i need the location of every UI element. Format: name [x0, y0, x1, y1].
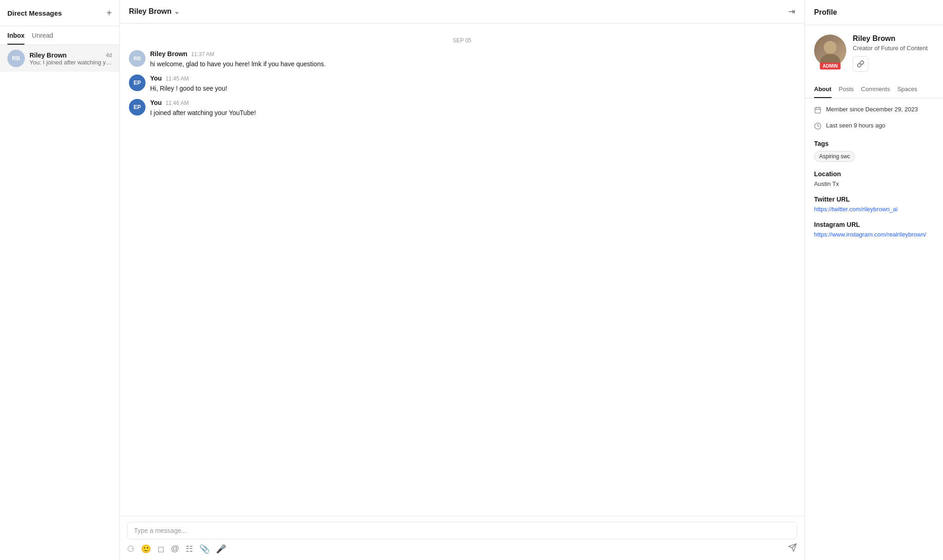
sidebar: Direct Messages + Inbox Unread RB Riley … [0, 0, 120, 560]
date-separator: SEP 05 [129, 33, 795, 48]
msg-avatar-self: EP [129, 99, 146, 115]
location-value: Austin Tx [814, 180, 934, 187]
location-section: Location Austin Tx [814, 168, 934, 187]
msg-content: You 11:46 AM I joined after watching you… [150, 99, 795, 118]
clock-icon [814, 122, 821, 132]
msg-sender: Riley Brown [150, 50, 187, 58]
chat-toolbar: ⚆ 🙂 ◻ @ ☷ 📎 🎤 [127, 543, 797, 554]
profile-subtitle: Creator of Future of Content [853, 45, 934, 52]
contact-preview: You: I joined after watching your Y... [29, 59, 112, 66]
msg-text: hi welcome, glad to have you here! lmk i… [150, 59, 795, 69]
msg-content: You 11:45 AM Hi, Riley ! good to see you… [150, 75, 795, 93]
admin-badge: ADMIN [820, 63, 841, 69]
tab-spaces[interactable]: Spaces [897, 81, 917, 98]
instagram-url[interactable]: https://www.instagram.com/realrileybrown… [814, 231, 934, 238]
tags-label: Tags [814, 140, 934, 147]
message-group: RB Riley Brown 11:37 AM hi welcome, glad… [129, 50, 795, 69]
chevron-down-icon: ⌄ [174, 8, 180, 15]
msg-sender: You [150, 99, 162, 106]
member-since-text: Member since December 29, 2023 [826, 106, 918, 113]
msg-time: 11:46 AM [165, 100, 189, 106]
message-group: EP You 11:46 AM I joined after watching … [129, 99, 795, 118]
send-button[interactable] [788, 543, 797, 554]
tag-chip: Aspiring swc [814, 151, 855, 162]
tab-unread[interactable]: Unread [32, 32, 53, 45]
member-since-item: Member since December 29, 2023 [814, 106, 934, 115]
chat-area: Riley Brown ⌄ ⇥ SEP 05 RB Riley Brown 11… [120, 0, 805, 560]
svg-point-2 [824, 41, 837, 54]
tab-inbox[interactable]: Inbox [7, 32, 24, 45]
tags-section: Tags Aspiring swc [814, 138, 934, 162]
calendar-icon [814, 106, 821, 115]
profile-name: Riley Brown [853, 35, 934, 43]
sidebar-tabs: Inbox Unread [0, 26, 119, 45]
text-format-icon[interactable]: ☷ [186, 544, 193, 554]
svg-rect-4 [815, 108, 821, 113]
msg-content: Riley Brown 11:37 AM hi welcome, glad to… [150, 50, 795, 69]
location-label: Location [814, 170, 934, 178]
message-input[interactable]: Type a message... [127, 522, 797, 539]
profile-panel: Profile ADMIN Riley Brown Creator of [805, 0, 943, 560]
message-group: EP You 11:45 AM Hi, Riley ! good to see … [129, 75, 795, 93]
tab-comments[interactable]: Comments [861, 81, 890, 98]
instagram-label: Instagram URL [814, 221, 934, 228]
chat-header: Riley Brown ⌄ ⇥ [120, 0, 804, 23]
last-seen-text: Last seen 9 hours ago [826, 122, 885, 129]
msg-avatar: RB [129, 50, 146, 67]
msg-time: 11:45 AM [165, 75, 189, 82]
profile-avatar-wrap: ADMIN [814, 35, 846, 67]
chat-messages: SEP 05 RB Riley Brown 11:37 AM hi welcom… [120, 23, 804, 516]
chat-header-actions: ⇥ [788, 6, 795, 17]
sidebar-title: Direct Messages [7, 9, 62, 17]
tab-posts[interactable]: Posts [839, 81, 854, 98]
profile-info: Riley Brown Creator of Future of Content [853, 35, 934, 72]
add-dm-button[interactable]: + [106, 8, 112, 17]
image-icon[interactable]: ⚆ [127, 544, 134, 554]
voice-icon[interactable]: 🎤 [216, 544, 226, 554]
msg-time: 11:37 AM [191, 51, 215, 58]
msg-text: Hi, Riley ! good to see you! [150, 84, 795, 93]
profile-card: ADMIN Riley Brown Creator of Future of C… [805, 25, 943, 81]
chat-contact-name[interactable]: Riley Brown ⌄ [129, 7, 180, 16]
contact-list: RB Riley Brown 4d You: I joined after wa… [0, 45, 119, 560]
last-seen-item: Last seen 9 hours ago [814, 122, 934, 132]
contact-avatar: RB [7, 50, 25, 67]
twitter-section: Twitter URL https://twitter.com/rileybro… [814, 194, 934, 213]
chat-input-area: Type a message... ⚆ 🙂 ◻ @ ☷ 📎 🎤 [120, 516, 804, 560]
msg-avatar-self: EP [129, 75, 146, 91]
profile-title: Profile [814, 8, 837, 16]
export-chat-button[interactable]: ⇥ [788, 6, 795, 17]
contact-time: 4d [106, 52, 112, 58]
contact-item[interactable]: RB Riley Brown 4d You: I joined after wa… [0, 45, 119, 72]
profile-tabs: About Posts Comments Spaces [805, 81, 943, 98]
attach-icon[interactable]: 📎 [199, 544, 210, 554]
gif-icon[interactable]: ◻ [157, 544, 164, 554]
instagram-section: Instagram URL https://www.instagram.com/… [814, 219, 934, 238]
mention-icon[interactable]: @ [171, 544, 179, 554]
twitter-url[interactable]: https://twitter.com/rileybrown_ai [814, 206, 934, 213]
emoji-icon[interactable]: 🙂 [141, 544, 151, 554]
contact-info: Riley Brown 4d You: I joined after watch… [29, 52, 112, 66]
twitter-label: Twitter URL [814, 196, 934, 203]
msg-text: I joined after watching your YouTube! [150, 108, 795, 118]
profile-details: Member since December 29, 2023 Last seen… [805, 98, 943, 245]
tab-about[interactable]: About [814, 81, 832, 98]
msg-sender: You [150, 75, 162, 82]
profile-link-button[interactable] [853, 56, 868, 72]
profile-avatar [814, 35, 846, 67]
sidebar-header: Direct Messages + [0, 0, 119, 26]
profile-panel-header: Profile [805, 0, 943, 25]
contact-name: Riley Brown [29, 52, 67, 59]
